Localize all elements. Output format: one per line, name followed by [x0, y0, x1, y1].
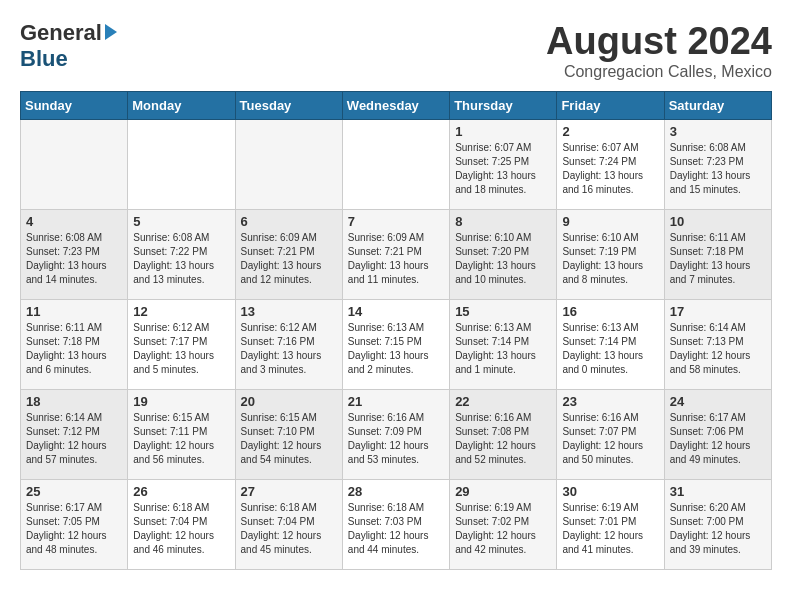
- header-sunday: Sunday: [21, 92, 128, 120]
- cell-content: Sunrise: 6:14 AM Sunset: 7:13 PM Dayligh…: [670, 321, 766, 377]
- cell-content: Sunrise: 6:16 AM Sunset: 7:09 PM Dayligh…: [348, 411, 444, 467]
- day-number: 12: [133, 304, 229, 319]
- logo-general: General: [20, 20, 102, 46]
- day-number: 13: [241, 304, 337, 319]
- calendar-cell: 13Sunrise: 6:12 AM Sunset: 7:16 PM Dayli…: [235, 300, 342, 390]
- logo: General Blue: [20, 20, 117, 72]
- calendar-cell: 9Sunrise: 6:10 AM Sunset: 7:19 PM Daylig…: [557, 210, 664, 300]
- calendar-cell: 20Sunrise: 6:15 AM Sunset: 7:10 PM Dayli…: [235, 390, 342, 480]
- page-header: General Blue August 2024 Congregacion Ca…: [20, 20, 772, 81]
- day-number: 27: [241, 484, 337, 499]
- calendar-cell: 16Sunrise: 6:13 AM Sunset: 7:14 PM Dayli…: [557, 300, 664, 390]
- day-number: 16: [562, 304, 658, 319]
- day-number: 15: [455, 304, 551, 319]
- day-number: 10: [670, 214, 766, 229]
- calendar-cell: 15Sunrise: 6:13 AM Sunset: 7:14 PM Dayli…: [450, 300, 557, 390]
- calendar-cell: 4Sunrise: 6:08 AM Sunset: 7:23 PM Daylig…: [21, 210, 128, 300]
- calendar-cell: [235, 120, 342, 210]
- cell-content: Sunrise: 6:16 AM Sunset: 7:08 PM Dayligh…: [455, 411, 551, 467]
- cell-content: Sunrise: 6:07 AM Sunset: 7:24 PM Dayligh…: [562, 141, 658, 197]
- header-monday: Monday: [128, 92, 235, 120]
- cell-content: Sunrise: 6:19 AM Sunset: 7:01 PM Dayligh…: [562, 501, 658, 557]
- calendar-cell: 11Sunrise: 6:11 AM Sunset: 7:18 PM Dayli…: [21, 300, 128, 390]
- cell-content: Sunrise: 6:15 AM Sunset: 7:10 PM Dayligh…: [241, 411, 337, 467]
- cell-content: Sunrise: 6:08 AM Sunset: 7:22 PM Dayligh…: [133, 231, 229, 287]
- cell-content: Sunrise: 6:18 AM Sunset: 7:04 PM Dayligh…: [133, 501, 229, 557]
- day-number: 26: [133, 484, 229, 499]
- day-number: 2: [562, 124, 658, 139]
- day-number: 7: [348, 214, 444, 229]
- week-row-5: 25Sunrise: 6:17 AM Sunset: 7:05 PM Dayli…: [21, 480, 772, 570]
- calendar-cell: 10Sunrise: 6:11 AM Sunset: 7:18 PM Dayli…: [664, 210, 771, 300]
- day-number: 31: [670, 484, 766, 499]
- header-wednesday: Wednesday: [342, 92, 449, 120]
- calendar-cell: 17Sunrise: 6:14 AM Sunset: 7:13 PM Dayli…: [664, 300, 771, 390]
- cell-content: Sunrise: 6:14 AM Sunset: 7:12 PM Dayligh…: [26, 411, 122, 467]
- day-number: 3: [670, 124, 766, 139]
- cell-content: Sunrise: 6:13 AM Sunset: 7:14 PM Dayligh…: [455, 321, 551, 377]
- day-number: 20: [241, 394, 337, 409]
- calendar-cell: 23Sunrise: 6:16 AM Sunset: 7:07 PM Dayli…: [557, 390, 664, 480]
- calendar-cell: 14Sunrise: 6:13 AM Sunset: 7:15 PM Dayli…: [342, 300, 449, 390]
- day-number: 28: [348, 484, 444, 499]
- calendar-cell: [342, 120, 449, 210]
- week-row-1: 1Sunrise: 6:07 AM Sunset: 7:25 PM Daylig…: [21, 120, 772, 210]
- calendar-cell: [128, 120, 235, 210]
- day-number: 14: [348, 304, 444, 319]
- cell-content: Sunrise: 6:17 AM Sunset: 7:05 PM Dayligh…: [26, 501, 122, 557]
- day-number: 11: [26, 304, 122, 319]
- day-number: 24: [670, 394, 766, 409]
- title-area: August 2024 Congregacion Calles, Mexico: [546, 20, 772, 81]
- calendar-table: SundayMondayTuesdayWednesdayThursdayFrid…: [20, 91, 772, 570]
- cell-content: Sunrise: 6:09 AM Sunset: 7:21 PM Dayligh…: [241, 231, 337, 287]
- cell-content: Sunrise: 6:12 AM Sunset: 7:16 PM Dayligh…: [241, 321, 337, 377]
- logo-blue: Blue: [20, 46, 68, 72]
- header-saturday: Saturday: [664, 92, 771, 120]
- calendar-cell: 19Sunrise: 6:15 AM Sunset: 7:11 PM Dayli…: [128, 390, 235, 480]
- cell-content: Sunrise: 6:18 AM Sunset: 7:04 PM Dayligh…: [241, 501, 337, 557]
- calendar-cell: [21, 120, 128, 210]
- calendar-cell: 8Sunrise: 6:10 AM Sunset: 7:20 PM Daylig…: [450, 210, 557, 300]
- day-number: 29: [455, 484, 551, 499]
- cell-content: Sunrise: 6:08 AM Sunset: 7:23 PM Dayligh…: [670, 141, 766, 197]
- calendar-cell: 31Sunrise: 6:20 AM Sunset: 7:00 PM Dayli…: [664, 480, 771, 570]
- cell-content: Sunrise: 6:17 AM Sunset: 7:06 PM Dayligh…: [670, 411, 766, 467]
- calendar-header-row: SundayMondayTuesdayWednesdayThursdayFrid…: [21, 92, 772, 120]
- cell-content: Sunrise: 6:12 AM Sunset: 7:17 PM Dayligh…: [133, 321, 229, 377]
- cell-content: Sunrise: 6:07 AM Sunset: 7:25 PM Dayligh…: [455, 141, 551, 197]
- day-number: 23: [562, 394, 658, 409]
- calendar-cell: 1Sunrise: 6:07 AM Sunset: 7:25 PM Daylig…: [450, 120, 557, 210]
- calendar-cell: 29Sunrise: 6:19 AM Sunset: 7:02 PM Dayli…: [450, 480, 557, 570]
- cell-content: Sunrise: 6:20 AM Sunset: 7:00 PM Dayligh…: [670, 501, 766, 557]
- header-friday: Friday: [557, 92, 664, 120]
- calendar-cell: 25Sunrise: 6:17 AM Sunset: 7:05 PM Dayli…: [21, 480, 128, 570]
- calendar-cell: 18Sunrise: 6:14 AM Sunset: 7:12 PM Dayli…: [21, 390, 128, 480]
- calendar-cell: 26Sunrise: 6:18 AM Sunset: 7:04 PM Dayli…: [128, 480, 235, 570]
- day-number: 17: [670, 304, 766, 319]
- day-number: 9: [562, 214, 658, 229]
- calendar-cell: 24Sunrise: 6:17 AM Sunset: 7:06 PM Dayli…: [664, 390, 771, 480]
- day-number: 6: [241, 214, 337, 229]
- header-tuesday: Tuesday: [235, 92, 342, 120]
- cell-content: Sunrise: 6:10 AM Sunset: 7:19 PM Dayligh…: [562, 231, 658, 287]
- cell-content: Sunrise: 6:11 AM Sunset: 7:18 PM Dayligh…: [26, 321, 122, 377]
- cell-content: Sunrise: 6:11 AM Sunset: 7:18 PM Dayligh…: [670, 231, 766, 287]
- day-number: 25: [26, 484, 122, 499]
- cell-content: Sunrise: 6:19 AM Sunset: 7:02 PM Dayligh…: [455, 501, 551, 557]
- cell-content: Sunrise: 6:15 AM Sunset: 7:11 PM Dayligh…: [133, 411, 229, 467]
- calendar-cell: 5Sunrise: 6:08 AM Sunset: 7:22 PM Daylig…: [128, 210, 235, 300]
- cell-content: Sunrise: 6:08 AM Sunset: 7:23 PM Dayligh…: [26, 231, 122, 287]
- cell-content: Sunrise: 6:18 AM Sunset: 7:03 PM Dayligh…: [348, 501, 444, 557]
- day-number: 8: [455, 214, 551, 229]
- calendar-cell: 21Sunrise: 6:16 AM Sunset: 7:09 PM Dayli…: [342, 390, 449, 480]
- calendar-cell: 3Sunrise: 6:08 AM Sunset: 7:23 PM Daylig…: [664, 120, 771, 210]
- day-number: 21: [348, 394, 444, 409]
- week-row-2: 4Sunrise: 6:08 AM Sunset: 7:23 PM Daylig…: [21, 210, 772, 300]
- calendar-cell: 27Sunrise: 6:18 AM Sunset: 7:04 PM Dayli…: [235, 480, 342, 570]
- day-number: 22: [455, 394, 551, 409]
- calendar-cell: 2Sunrise: 6:07 AM Sunset: 7:24 PM Daylig…: [557, 120, 664, 210]
- day-number: 18: [26, 394, 122, 409]
- day-number: 5: [133, 214, 229, 229]
- calendar-cell: 28Sunrise: 6:18 AM Sunset: 7:03 PM Dayli…: [342, 480, 449, 570]
- cell-content: Sunrise: 6:13 AM Sunset: 7:14 PM Dayligh…: [562, 321, 658, 377]
